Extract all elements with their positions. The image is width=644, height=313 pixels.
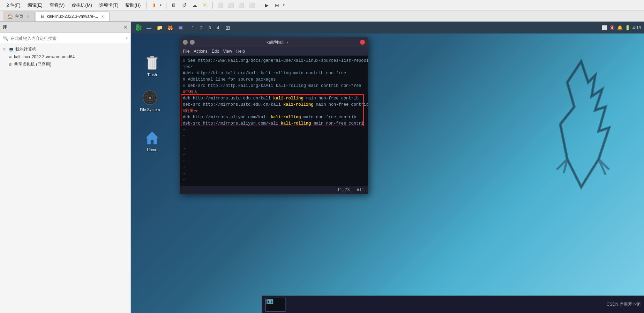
- taskbar-credits: CSDN @黑萝卜粥: [606, 301, 641, 307]
- tree-item-shared-vm[interactable]: 🖥 共享虚拟机 (已弃用): [0, 60, 130, 68]
- terminal-titlebar: kali@kali: ~: [180, 37, 368, 47]
- display2-button[interactable]: ⬜: [226, 1, 235, 9]
- shared-vm-icon: 🖥: [8, 62, 13, 66]
- terminal-body[interactable]: # See https://www.kali.org/docs/general-…: [180, 55, 368, 186]
- display4-button[interactable]: ⬜: [247, 1, 256, 9]
- expand-icon: ▽: [3, 47, 7, 51]
- search-dropdown-icon[interactable]: ▾: [126, 36, 128, 40]
- terminal-empty-line: ~: [183, 158, 365, 164]
- pause-button[interactable]: ⏸: [149, 1, 158, 9]
- search-input[interactable]: [10, 36, 124, 41]
- kali-dragon-logo: [546, 54, 616, 194]
- trash-icon-image: [144, 54, 160, 71]
- menu-help[interactable]: 帮助(H): [122, 1, 143, 9]
- home-tab-icon: 🏠: [7, 14, 13, 19]
- tree-item-kali-vm[interactable]: 🖥 kali-linux-2022.3-vmware-amd64: [0, 53, 130, 60]
- terminal-line: deb-src http://mirrors.ustc.edu.cn/kali …: [183, 102, 365, 108]
- kali-desktop[interactable]: Trash File System: [131, 33, 644, 313]
- terminal-line: #中科大: [183, 89, 365, 95]
- vm-screen-area: 🐉 ▬ 📁 🦊 ▣ 1 2 3 4 ⊞ ⬜ 🔇 🔔 🔋 4:19: [131, 22, 644, 313]
- trash-desktop-icon[interactable]: Trash: [142, 53, 162, 78]
- terminal-menubar: File Actions Edit View Help: [180, 47, 368, 55]
- terminal-empty-line: ~: [183, 164, 365, 171]
- battery-icon: 🔋: [625, 25, 630, 30]
- vm-toolbar: 🐉 ▬ 📁 🦊 ▣ 1 2 3 4 ⊞ ⬜ 🔇 🔔 🔋 4:19: [131, 22, 644, 33]
- workspace-4-btn[interactable]: 4: [214, 24, 222, 31]
- terminal-minimize-btn[interactable]: [183, 40, 188, 45]
- workspace-2-btn[interactable]: 2: [197, 24, 205, 31]
- cloud-button[interactable]: ☁: [190, 1, 199, 9]
- cursor-position: 11,73: [337, 188, 350, 193]
- bottom-taskbar: ████████ ██ ██ ██ ████████ CSDN @黑萝卜粥: [262, 296, 644, 313]
- home-desktop-icon[interactable]: Home: [142, 128, 162, 153]
- system-clock: 4:19: [632, 25, 641, 30]
- aspect-btn-group[interactable]: ⊞ ▾: [272, 1, 286, 9]
- menu-view[interactable]: 查看(V): [47, 1, 67, 9]
- terminal-empty-line: ~: [183, 171, 365, 177]
- menu-file[interactable]: 文件(F): [3, 1, 23, 9]
- tab-home-close[interactable]: ✕: [25, 14, 30, 19]
- terminal-icon[interactable]: ▣: [175, 23, 185, 32]
- browser-icon[interactable]: 🦊: [165, 23, 175, 32]
- terminal-close-btn[interactable]: [360, 40, 365, 45]
- tab-kali[interactable]: 🖥 kali-linux-2022.3-vmware-... ✕: [36, 12, 110, 21]
- sidebar-title: 库: [3, 24, 7, 30]
- home-icon-image: [144, 129, 160, 146]
- tree-label-my-computer: 我的计算机: [15, 46, 36, 52]
- terminal-window: kali@kali: ~ File Actions Edit View Help…: [180, 37, 368, 194]
- mini-terminal: ████████ ██ ██ ██ ████████: [266, 298, 285, 311]
- filesystem-desktop-icon[interactable]: File System: [138, 88, 161, 113]
- term-menu-actions[interactable]: Actions: [194, 49, 207, 54]
- taskbar-terminal-thumbnail[interactable]: ████████ ██ ██ ██ ████████: [265, 298, 286, 312]
- main-layout: 🏠 主页 ✕ 🖥 kali-linux-2022.3-vmware-... ✕ …: [0, 10, 644, 313]
- tab-kali-label: kali-linux-2022.3-vmware-...: [47, 14, 98, 19]
- tab-kali-close[interactable]: ✕: [100, 14, 105, 19]
- app-bar-icon[interactable]: ▬: [144, 23, 154, 32]
- snapshot-button[interactable]: ↺: [180, 1, 189, 9]
- tree-item-my-computer[interactable]: ▽ 💻 我的计算机: [0, 45, 130, 53]
- tree-label-kali-vm: kali-linux-2022.3-vmware-amd64: [14, 54, 75, 59]
- aspect-button[interactable]: ⊞: [272, 1, 282, 9]
- workspace-1-btn[interactable]: 1: [189, 24, 197, 31]
- display1-button[interactable]: ⬜: [216, 1, 225, 9]
- cloud2-button[interactable]: ⛅: [201, 1, 210, 9]
- svg-rect-2: [150, 56, 154, 58]
- terminal-line: ies/: [183, 64, 365, 70]
- menu-vm[interactable]: 虚拟机(M): [69, 1, 95, 9]
- monitor-status-icon: ⬜: [602, 25, 607, 30]
- term-menu-file[interactable]: File: [183, 49, 189, 54]
- content-area: 库 ✕ 🔍 ▾ ▽ 💻 我的计算机 🖥 kali-linux-2022.3-vm…: [0, 22, 644, 313]
- kali-dragon-btn[interactable]: 🐉: [134, 23, 143, 32]
- toolbar-sep-4: [259, 2, 259, 9]
- play2-button[interactable]: ▶: [262, 1, 271, 9]
- search-icon: 🔍: [3, 36, 8, 41]
- sidebar-header: 库 ✕: [0, 22, 130, 33]
- term-menu-help[interactable]: Help: [236, 49, 245, 54]
- svg-marker-11: [146, 132, 158, 144]
- pause-btn-group[interactable]: ⏸ ▾: [149, 1, 163, 9]
- terminal-empty-line: ~: [183, 139, 365, 146]
- term-menu-edit[interactable]: Edit: [212, 49, 219, 54]
- aspect-dropdown[interactable]: ▾: [282, 1, 286, 9]
- home-label: Home: [147, 148, 157, 152]
- term-menu-view[interactable]: View: [223, 49, 232, 54]
- sidebar-close-button[interactable]: ✕: [123, 24, 128, 30]
- terminal-line: deb http://mirrors.ustc.edu.cn/kali kali…: [183, 95, 365, 102]
- filesystem-icon-image: [142, 89, 158, 106]
- pause-dropdown[interactable]: ▾: [158, 1, 163, 9]
- top-menu-bar: 文件(F) 编辑(E) 查看(V) 虚拟机(M) 选项卡(T) 帮助(H) ⏸ …: [0, 0, 644, 10]
- vm-toolbar-sep: [187, 24, 187, 31]
- menu-edit[interactable]: 编辑(E): [25, 1, 45, 9]
- grid-view-btn[interactable]: ⊞: [223, 23, 232, 32]
- terminal-line: # See https://www.kali.org/docs/general-…: [183, 58, 365, 64]
- trash-label: Trash: [147, 73, 157, 77]
- virtual-machine-settings-button[interactable]: 🖥: [169, 1, 178, 9]
- terminal-statusbar: 11,73 All: [180, 186, 368, 194]
- terminal-maximize-btn[interactable]: [190, 40, 195, 45]
- menu-tab[interactable]: 选项卡(T): [96, 1, 121, 9]
- files-icon[interactable]: 📁: [155, 23, 164, 32]
- workspace-3-btn[interactable]: 3: [206, 24, 214, 31]
- tab-home[interactable]: 🏠 主页 ✕: [3, 12, 35, 21]
- display3-button[interactable]: ⬜: [237, 1, 246, 9]
- tab-home-label: 主页: [15, 14, 23, 20]
